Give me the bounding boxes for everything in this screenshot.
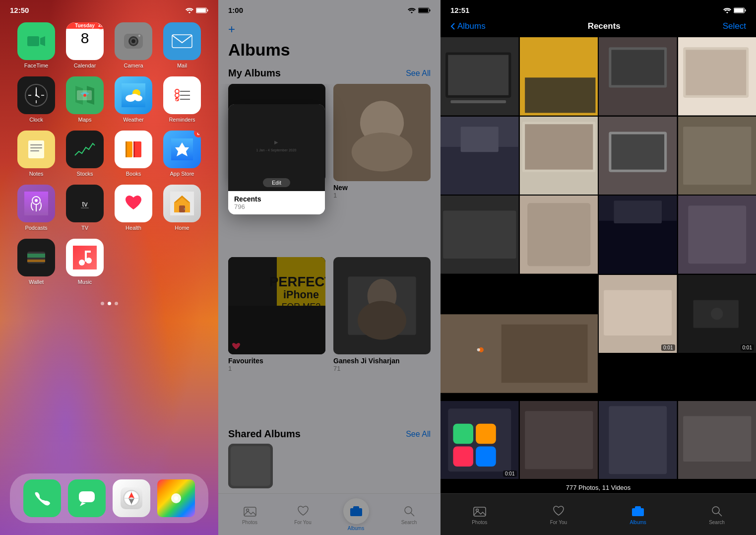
photo-cell[interactable] (441, 196, 519, 274)
svg-rect-13 (172, 35, 192, 48)
app-reminders-label: Reminders (169, 117, 195, 123)
app-podcasts[interactable]: Podcasts (14, 185, 58, 231)
status-icons-1 (186, 7, 208, 13)
app-grid: FaceTime 28 Tuesday 8 Calendar Camera Ma… (0, 17, 218, 290)
app-camera-label: Camera (124, 63, 143, 68)
app-clock[interactable]: Clock (14, 76, 58, 123)
photo-cell[interactable] (441, 37, 519, 116)
svg-rect-56 (81, 207, 89, 208)
app-calendar[interactable]: 28 Tuesday 8 Calendar (63, 22, 107, 68)
photo-cell[interactable] (678, 117, 756, 195)
tab-search-3[interactable]: Search (709, 504, 725, 525)
screen-albums: 1:00 + Albums My Albums See All (218, 0, 441, 535)
svg-text:tv: tv (82, 200, 88, 208)
back-to-albums[interactable]: Albums (450, 21, 486, 31)
app-clock-label: Clock (29, 117, 43, 123)
time-3: 12:51 (450, 6, 469, 14)
photo-cell[interactable] (599, 196, 677, 274)
popup-album-name: Recents (234, 195, 319, 203)
app-mail[interactable]: Mail (160, 22, 204, 68)
svg-rect-175 (632, 508, 644, 516)
foryou-tab-icon-3 (552, 504, 566, 518)
app-appletv[interactable]: tv TV (63, 185, 107, 231)
app-notes-label: Notes (29, 171, 44, 177)
app-home[interactable]: Home (160, 185, 204, 231)
app-camera[interactable]: Camera (112, 22, 155, 68)
app-facetime[interactable]: FaceTime (14, 22, 58, 68)
svg-rect-40 (30, 144, 42, 145)
app-stocks[interactable]: Stocks (63, 131, 107, 177)
svg-rect-121 (448, 55, 508, 95)
recents-footer: 777 Photos, 11 Videos (441, 479, 756, 493)
photo-cell[interactable] (441, 117, 519, 195)
appstore-badge: 8 (194, 131, 201, 137)
dot-2 (108, 302, 111, 305)
dot-3 (115, 302, 118, 305)
photo-cell[interactable] (520, 37, 598, 116)
photo-count: 777 Photos, 11 Videos (566, 484, 631, 491)
svg-rect-65 (27, 254, 45, 258)
recents-nav: Albums Recents Select (441, 17, 756, 37)
svg-rect-4 (27, 36, 39, 46)
app-books[interactable]: Books (112, 131, 155, 177)
svg-point-11 (138, 35, 140, 37)
photo-cell[interactable] (599, 37, 677, 116)
svg-rect-50 (24, 192, 48, 215)
svg-rect-133 (441, 146, 519, 195)
photo-cell[interactable]: 0:01 (599, 275, 677, 353)
svg-rect-125 (525, 77, 595, 113)
dock-phone[interactable] (23, 479, 61, 517)
popup-edit-button[interactable]: Edit (263, 178, 290, 187)
app-weather[interactable]: Weather (112, 76, 155, 123)
app-appstore[interactable]: 8 App Store (160, 131, 204, 177)
app-appstore-label: App Store (170, 171, 194, 177)
dock-safari[interactable] (113, 479, 150, 517)
svg-rect-142 (683, 127, 751, 185)
photo-cell[interactable] (678, 196, 756, 274)
time-1: 12:50 (10, 6, 29, 14)
tab-albums-3[interactable]: Albums (630, 504, 646, 525)
tab-foryou-3[interactable]: For You (550, 504, 567, 525)
photo-cell[interactable] (520, 117, 598, 195)
app-reminders[interactable]: Reminders (160, 76, 204, 123)
app-home-label: Home (175, 225, 189, 231)
tab-photos-3[interactable]: Photos (472, 504, 487, 525)
svg-rect-117 (745, 9, 746, 11)
svg-rect-137 (525, 124, 593, 169)
app-notes[interactable]: Notes (14, 131, 58, 177)
tab-albums-label-3: Albums (630, 520, 646, 525)
app-books-label: Books (126, 171, 141, 177)
dock-messages[interactable] (68, 479, 106, 517)
page-dots (0, 302, 218, 305)
app-health[interactable]: Health (112, 185, 155, 231)
svg-point-85 (174, 496, 178, 500)
dot-1 (101, 302, 104, 305)
svg-rect-157 (604, 290, 672, 335)
screen-recents: 12:51 Albums Recents Select (441, 0, 756, 535)
app-music[interactable]: Music (63, 239, 107, 285)
photo-cell[interactable] (520, 401, 598, 479)
svg-point-22 (35, 94, 37, 96)
photo-cell[interactable] (599, 117, 677, 195)
photo-cell[interactable]: 0:01 (678, 275, 756, 353)
svg-rect-173 (474, 507, 486, 516)
photo-cell[interactable] (678, 401, 756, 479)
screen-home: 12:50 FaceTime 28 Tuesday 8 (0, 0, 218, 535)
photo-cell[interactable] (599, 401, 677, 479)
svg-rect-140 (611, 134, 664, 169)
photo-cell[interactable]: 0:01 (441, 401, 519, 479)
select-button[interactable]: Select (723, 21, 746, 31)
app-maps[interactable]: Maps (63, 76, 107, 123)
svg-rect-75 (79, 491, 95, 502)
svg-rect-166 (476, 423, 496, 444)
svg-rect-134 (461, 127, 499, 152)
svg-rect-118 (734, 8, 744, 12)
dock-photos[interactable] (157, 479, 195, 517)
photo-cell[interactable] (520, 196, 598, 274)
photo-cell[interactable] (678, 37, 756, 116)
photo-grid: 3:04 0:01 0:01 0:01 (441, 37, 756, 479)
svg-rect-128 (611, 50, 664, 85)
app-wallet[interactable]: Wallet (14, 239, 58, 285)
wifi-icon-3 (723, 7, 731, 13)
wifi-icon-1 (186, 7, 193, 13)
